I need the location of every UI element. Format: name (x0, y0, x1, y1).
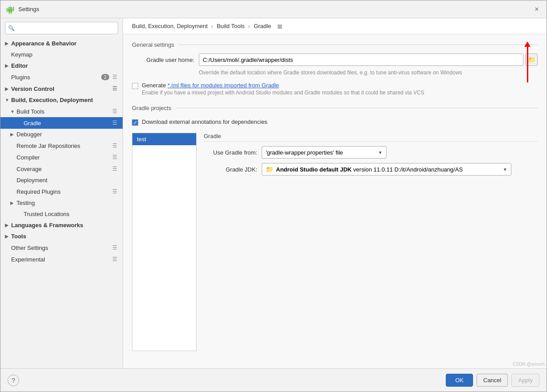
chevron-right-icon: ▶ (10, 132, 16, 137)
apply-button[interactable]: Apply (511, 374, 539, 387)
close-button[interactable]: × (532, 5, 541, 14)
gradle-user-home-input[interactable] (199, 53, 523, 66)
sidebar-item-trusted-locations[interactable]: Trusted Locations (0, 208, 123, 220)
sidebar-item-keymap[interactable]: Keymap (0, 49, 123, 60)
breadcrumb-sep-2: › (248, 23, 250, 29)
settings-icon: ☰ (111, 188, 118, 195)
settings-icon: ☰ (111, 85, 118, 92)
sidebar-item-gradle[interactable]: Gradle ☰ (0, 117, 123, 129)
projects-layout: test Gradle Use Gradle from: (132, 133, 538, 351)
ok-button[interactable]: OK (446, 374, 473, 387)
help-button[interactable]: ? (8, 375, 19, 386)
chevron-down-icon: ▼ (10, 109, 16, 114)
generate-iml-checkbox[interactable] (132, 83, 138, 89)
download-annotations-label: Download external annotations for depend… (142, 118, 267, 125)
use-gradle-select[interactable]: 'gradle-wrapper.properties' file ▼ (262, 146, 387, 159)
breadcrumb-sep-1: › (211, 23, 213, 29)
main-panel: Build, Execution, Deployment › Build Too… (123, 18, 547, 368)
chevron-down-icon: ▼ (5, 98, 11, 102)
project-list-item[interactable]: test (132, 133, 196, 145)
sidebar-item-experimental[interactable]: Experimental ☰ (0, 253, 123, 265)
breadcrumb: Build, Execution, Deployment › Build Too… (123, 18, 547, 34)
bottom-bar: ? OK Cancel Apply (0, 368, 547, 392)
settings-icon: ☰ (111, 256, 118, 263)
search-container: 🔍 (5, 22, 118, 34)
folder-icon: 📁 (266, 166, 273, 173)
gradle-jdk-row: Gradle JDK: 📁 Android Studio default JDK… (204, 163, 538, 176)
gradle-user-home-hint: Override the default location where Grad… (199, 69, 538, 76)
browse-button[interactable]: 📁 (525, 53, 538, 66)
general-settings-title: General settings (132, 41, 538, 48)
generate-iml-hint: Enable if you have a mixed project with … (142, 90, 424, 96)
sidebar-item-other-settings[interactable]: Other Settings ☰ (0, 242, 123, 253)
generate-iml-link[interactable]: *.iml files for modules imported from Gr… (168, 82, 279, 89)
generate-iml-label: Generate *.iml files for modules importe… (142, 82, 424, 89)
search-input[interactable] (5, 22, 118, 34)
breadcrumb-part-2: Build Tools (217, 23, 245, 29)
gradle-user-home-row: Gradle user home: 📁 (132, 53, 538, 66)
chevron-right-icon: ▶ (5, 63, 11, 68)
gradle-sub-title: Gradle (204, 133, 538, 142)
breadcrumb-part-3: Gradle (254, 23, 271, 29)
main-content: General settings Gradle user home: 📁 Ove… (123, 34, 547, 368)
content-area: 🔍 ▶ Appearance & Behavior Keymap ▶ Edito… (0, 18, 547, 368)
generate-iml-container: Generate *.iml files for modules importe… (132, 80, 538, 98)
sidebar-item-build-execution[interactable]: ▼ Build, Execution, Deployment (0, 94, 123, 106)
chevron-right-icon: ▶ (5, 41, 11, 46)
check-icon: ✓ (133, 120, 137, 126)
grid-icon: ▦ (277, 23, 282, 29)
gradle-jdk-label: Gradle JDK: (204, 166, 257, 173)
android-icon (6, 5, 15, 14)
settings-icon: ☰ (111, 74, 118, 81)
sidebar-item-languages[interactable]: ▶ Languages & Frameworks (0, 220, 123, 231)
sidebar-item-appearance[interactable]: ▶ Appearance & Behavior (0, 38, 123, 49)
sidebar-item-deployment[interactable]: Deployment (0, 175, 123, 186)
sidebar-item-debugger[interactable]: ▶ Debugger (0, 129, 123, 140)
gradle-sub-section: Gradle Use Gradle from: 'gradle-wrapper.… (204, 133, 538, 176)
sidebar-item-plugins[interactable]: Plugins 2 ☰ (0, 71, 123, 83)
title-bar: Settings × (0, 0, 547, 18)
plugins-badge: 2 (101, 74, 109, 80)
settings-icon: ☰ (111, 142, 118, 149)
sidebar-item-coverage[interactable]: Coverage ☰ (0, 163, 123, 175)
settings-icon: ☰ (111, 119, 118, 127)
download-annotations-checkbox[interactable]: ✓ (132, 119, 138, 126)
sidebar-item-version-control[interactable]: ▶ Version Control ☰ (0, 83, 123, 94)
chevron-right-icon: ▶ (5, 86, 11, 91)
download-annotations-container: ✓ Download external annotations for depe… (132, 117, 538, 127)
project-list: test (132, 133, 197, 351)
settings-icon: ☰ (111, 108, 118, 115)
settings-icon: ☰ (111, 244, 118, 251)
jdk-text: Android Studio default JDK version 11.0.… (276, 166, 499, 173)
project-settings: Gradle Use Gradle from: 'gradle-wrapper.… (204, 133, 538, 351)
gradle-jdk-select[interactable]: 📁 Android Studio default JDK version 11.… (262, 163, 511, 176)
gradle-projects-section: Gradle projects ✓ Download external anno… (132, 105, 538, 351)
gradle-user-home-label: Gradle user home: (132, 57, 194, 63)
use-gradle-value: 'gradle-wrapper.properties' file (266, 149, 343, 156)
main-content-relative: General settings Gradle user home: 📁 Ove… (123, 34, 547, 368)
settings-window: Settings × 🔍 ▶ Appearance & Behavior Key… (0, 0, 547, 392)
sidebar-item-testing[interactable]: ▶ Testing (0, 197, 123, 208)
sidebar-item-editor[interactable]: ▶ Editor (0, 60, 123, 71)
chevron-right-icon: ▶ (5, 223, 11, 228)
sidebar-item-compiler[interactable]: Compiler ☰ (0, 151, 123, 163)
gradle-projects-title: Gradle projects (132, 105, 538, 111)
generate-iml-label-container: Generate *.iml files for modules importe… (142, 82, 424, 96)
bottom-buttons: OK Cancel Apply (446, 374, 539, 387)
use-gradle-row: Use Gradle from: 'gradle-wrapper.propert… (204, 146, 538, 159)
cancel-button[interactable]: Cancel (477, 374, 508, 387)
sidebar-item-remote-jar[interactable]: Remote Jar Repositories ☰ (0, 140, 123, 151)
window-title: Settings (18, 6, 532, 12)
jdk-dropdown-arrow-icon: ▼ (503, 167, 507, 172)
jdk-version-text: version 11.0.11 D:/it/Android/anzhuang/A… (353, 166, 463, 173)
generate-iml-text: Generate (142, 82, 168, 89)
sidebar-item-tools[interactable]: ▶ Tools (0, 231, 123, 242)
settings-icon: ☰ (111, 154, 118, 161)
breadcrumb-part-1: Build, Execution, Deployment (132, 23, 208, 29)
sidebar-item-required-plugins[interactable]: Required Plugins ☰ (0, 186, 123, 197)
sidebar-item-build-tools[interactable]: ▼ Build Tools ☰ (0, 106, 123, 117)
sidebar: 🔍 ▶ Appearance & Behavior Keymap ▶ Edito… (0, 18, 123, 368)
chevron-right-icon: ▶ (10, 200, 16, 205)
dropdown-arrow-icon: ▼ (378, 150, 382, 155)
settings-icon: ☰ (111, 165, 118, 172)
